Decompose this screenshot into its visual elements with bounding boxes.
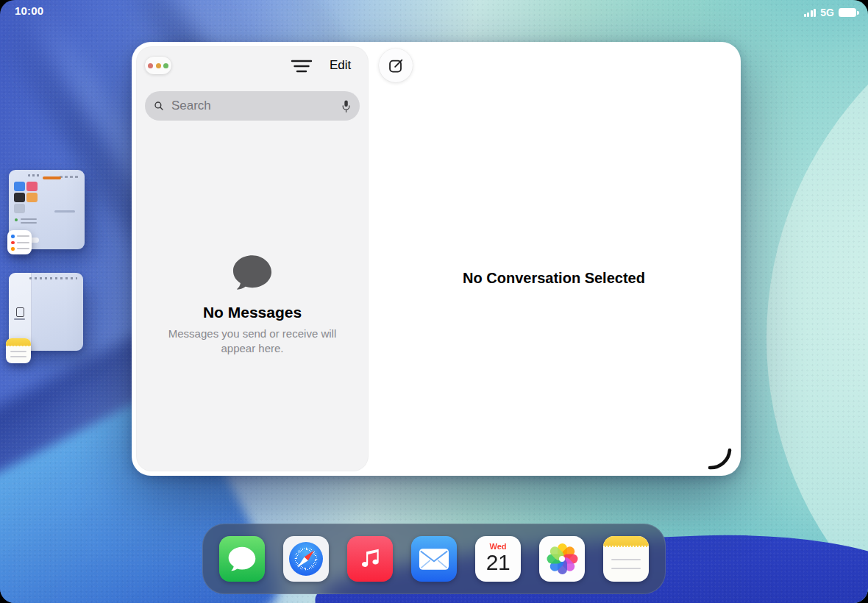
filter-lines-icon <box>291 57 313 75</box>
empty-state-subtitle: Messages you send or receive will appear… <box>161 327 344 357</box>
thumb-doc-label <box>14 318 25 320</box>
dock-icon-messages[interactable] <box>219 536 265 582</box>
compass-icon <box>289 542 323 576</box>
reminders-app-icon[interactable] <box>7 230 32 254</box>
dock-icon-music[interactable] <box>347 536 393 582</box>
calendar-day: 21 <box>486 550 510 575</box>
microphone-icon[interactable] <box>341 98 351 115</box>
notes-app-icon[interactable] <box>6 338 31 363</box>
dock-icon-safari[interactable] <box>283 536 329 582</box>
compose-button[interactable] <box>379 49 413 82</box>
search-field[interactable] <box>145 91 360 121</box>
dock-icon-calendar[interactable]: Wed 21 <box>475 536 521 582</box>
corner-resize-arc-icon <box>705 446 733 471</box>
envelope-icon <box>419 548 449 571</box>
status-time: 10:00 <box>15 4 43 17</box>
cellular-signal-icon <box>804 9 817 17</box>
battery-icon <box>839 8 856 17</box>
window-controls[interactable] <box>145 57 171 74</box>
thumb-list <box>15 216 40 224</box>
music-note-icon <box>357 546 383 572</box>
messages-bubble-icon <box>228 546 256 571</box>
notes-band <box>603 536 649 547</box>
no-messages-empty-state: No Messages Messages you send or receive… <box>137 254 368 357</box>
thumb-tiles <box>14 182 38 213</box>
thumb-toolbar-dashes <box>28 174 41 176</box>
square-and-pencil-icon <box>388 57 405 74</box>
close-dot-icon <box>148 63 153 68</box>
dock-icon-mail[interactable] <box>411 536 457 582</box>
search-icon <box>154 99 164 113</box>
window-resize-handle[interactable] <box>705 446 733 471</box>
filter-button[interactable] <box>291 57 313 75</box>
dock-icon-notes[interactable] <box>603 536 649 582</box>
thumb-toolbar-dashes <box>29 277 77 279</box>
search-input[interactable] <box>170 98 335 114</box>
minimize-dot-icon <box>156 63 161 68</box>
zoom-dot-icon <box>163 63 168 68</box>
empty-state-title: No Messages <box>137 304 368 321</box>
thumb-toolbar-dashes <box>60 176 79 178</box>
status-right-cluster: 5G <box>804 7 856 18</box>
dock: Wed 21 <box>202 524 666 594</box>
ipad-screen: 10:00 5G <box>0 0 868 603</box>
conversation-sidebar: Edit No Messages Messages you se <box>136 46 369 471</box>
messages-window: Edit No Messages Messages you se <box>132 42 741 476</box>
speech-bubble-icon <box>232 254 272 290</box>
thumb-doc-icon <box>16 307 24 317</box>
thumb-title-bar <box>43 176 61 179</box>
edit-button[interactable]: Edit <box>330 58 351 73</box>
thumb-placeholder-text <box>54 210 75 213</box>
no-conversation-title: No Conversation Selected <box>367 270 741 287</box>
network-type-label: 5G <box>820 7 834 18</box>
dock-icon-photos[interactable] <box>539 536 585 582</box>
